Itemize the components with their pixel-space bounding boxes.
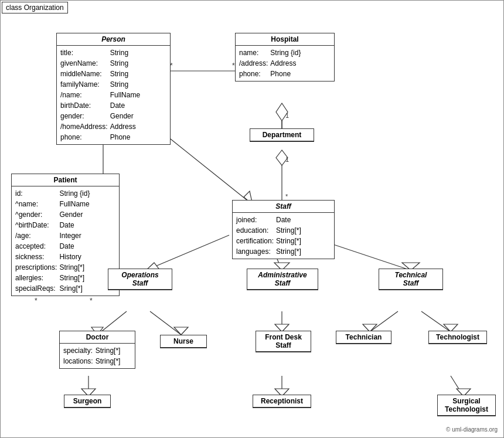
surgeon-title: Surgeon (64, 395, 110, 408)
svg-line-22 (370, 311, 398, 332)
diagram-container: class Organization (0, 0, 504, 438)
svg-line-30 (451, 376, 464, 396)
svg-marker-19 (174, 327, 188, 335)
doctor-class: Doctor specialty:String[*] locations:Str… (59, 331, 135, 369)
staff-title: Staff (233, 201, 334, 213)
front-desk-staff-class: Front DeskStaff (256, 331, 311, 352)
patient-class: Patient id:String {id} ^name:FullName ^g… (11, 174, 120, 296)
svg-text:*: * (35, 297, 38, 305)
diagram-title: class Organization (2, 2, 68, 13)
administrative-staff-class: AdministrativeStaff (247, 269, 318, 290)
operations-staff-title: OperationsStaff (108, 269, 172, 290)
surgical-technologist-title: SurgicalTechnologist (438, 395, 495, 416)
hospital-class: Hospital name:String {id} /address:Addre… (235, 33, 335, 82)
svg-text:*: * (285, 193, 288, 200)
doctor-title: Doctor (60, 331, 135, 344)
person-title: Person (57, 33, 170, 46)
svg-text:1: 1 (285, 112, 289, 119)
svg-text:1: 1 (285, 156, 289, 163)
administrative-staff-title: AdministrativeStaff (247, 269, 318, 290)
hospital-title: Hospital (236, 33, 334, 46)
svg-line-24 (421, 311, 451, 332)
technologist-title: Technologist (429, 331, 486, 344)
svg-marker-6 (276, 103, 288, 121)
staff-class: Staff joined:Date education:String[*] ce… (232, 200, 335, 259)
patient-attributes: id:String {id} ^name:FullName ^gender:Ge… (12, 186, 119, 296)
nurse-title: Nurse (161, 335, 206, 348)
surgical-technologist-class: SurgicalTechnologist (437, 395, 496, 416)
person-attributes: title:String givenName:String middleName… (57, 46, 170, 144)
technician-title: Technician (336, 331, 391, 344)
svg-text:*: * (90, 297, 93, 305)
technologist-class: Technologist (428, 331, 487, 344)
person-class: Person title:String givenName:String mid… (56, 33, 171, 145)
receptionist-title: Receptionist (253, 395, 311, 408)
staff-attributes: joined:Date education:String[*] certific… (233, 213, 334, 259)
hospital-attributes: name:String {id} /address:Address phone:… (236, 46, 334, 81)
svg-line-10 (146, 235, 229, 270)
patient-title: Patient (12, 174, 119, 186)
svg-line-18 (150, 311, 181, 335)
technical-staff-title: TechnicalStaff (379, 269, 442, 290)
department-title: Department (250, 129, 314, 141)
department-class: Department (250, 128, 314, 142)
copyright: © uml-diagrams.org (446, 426, 498, 433)
surgeon-class: Surgeon (64, 395, 111, 408)
technical-staff-class: TechnicalStaff (379, 269, 443, 290)
nurse-class: Nurse (160, 335, 207, 348)
svg-line-3 (159, 130, 253, 205)
svg-marker-9 (276, 150, 288, 165)
operations-staff-class: OperationsStaff (108, 269, 172, 290)
receptionist-class: Receptionist (253, 395, 311, 408)
technician-class: Technician (336, 331, 391, 344)
doctor-attributes: specialty:String[*] locations:String[*] (60, 344, 135, 368)
front-desk-staff-title: Front DeskStaff (256, 331, 311, 352)
